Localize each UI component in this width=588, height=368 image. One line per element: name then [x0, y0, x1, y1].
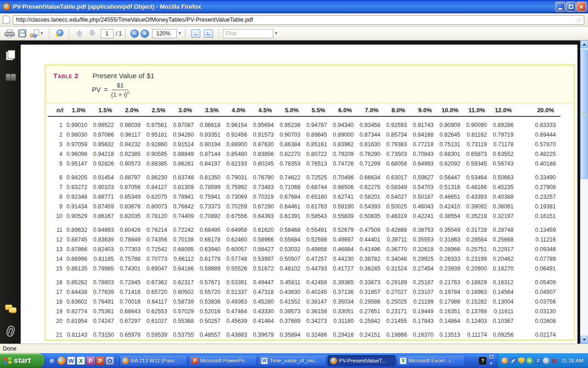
pv-cell: 0.86135 — [65, 264, 92, 274]
pages-icon[interactable] — [5, 50, 16, 61]
pv-cell: 0.80426 — [119, 221, 145, 235]
pv-cell: 0.35049 — [438, 221, 465, 235]
close-button[interactable]: × — [577, 2, 586, 12]
pv-cell: 0.86996 — [65, 254, 92, 264]
pv-cell: 0.76790 — [252, 169, 278, 183]
vertical-scrollbar[interactable] — [580, 40, 588, 344]
attachments-icon[interactable] — [5, 325, 16, 336]
pv-cell: 0.15770 — [385, 340, 412, 341]
pv-cell: 0.92348 — [65, 192, 92, 202]
column-header: 8.0% — [385, 104, 412, 116]
powerpoint-icon[interactable] — [96, 356, 104, 365]
outlook-icon[interactable] — [106, 356, 114, 365]
pv-cell: 0.33490 — [518, 169, 560, 183]
page-number-input[interactable] — [101, 29, 113, 38]
pv-cell: 0.66506 — [332, 183, 358, 192]
arrow-down-icon — [582, 339, 586, 341]
fit-width-button[interactable]: ↔ — [190, 28, 202, 39]
zoom-level-select[interactable]: 120% — [152, 29, 177, 38]
minimize-button[interactable] — [555, 2, 565, 12]
pv-cell: 0.14864 — [438, 316, 465, 326]
pv-cell: 0.55368 — [172, 316, 198, 326]
pv-cell: 0.83602 — [65, 297, 92, 307]
pv-cell: 0.77639 — [92, 288, 119, 297]
scrollbar-track[interactable] — [580, 179, 588, 336]
pv-cell: 0.11174 — [465, 326, 492, 340]
globe-tray-icon[interactable] — [502, 357, 508, 364]
comments-icon[interactable] — [5, 303, 16, 314]
pv-cell: 0.68301 — [438, 150, 465, 159]
toolbar-separator — [68, 29, 70, 38]
taskbar-button[interactable]: PV-PresentValueT... — [328, 355, 396, 366]
pv-cell: 0.79031 — [225, 169, 252, 183]
bookmarks-icon[interactable] — [5, 72, 16, 83]
zoom-in-button[interactable]: + — [141, 29, 149, 38]
bookmark-star-icon[interactable]: ☆ — [576, 17, 582, 23]
restore-button[interactable] — [566, 2, 576, 12]
pv-cell: 0.39573 — [278, 307, 305, 316]
pv-cell: 0.52679 — [332, 221, 358, 235]
pv-cell: 0.22917 — [492, 245, 518, 254]
z-tray-icon[interactable] — [535, 357, 541, 364]
scroll-down-button[interactable] — [580, 336, 588, 344]
taskbar-button[interactable]: Time_value_of_mo... — [258, 355, 326, 366]
fit-page-button[interactable]: ↔↔ — [203, 28, 215, 39]
save-button[interactable] — [17, 28, 28, 39]
windows-flag-icon — [4, 356, 12, 364]
table-card: Table 2 Present Value of $1 PV = $1 (1 +… — [45, 64, 575, 341]
previous-page-button[interactable] — [74, 28, 85, 39]
pv-cell: 0.84438 — [65, 288, 92, 297]
publisher-icon[interactable] — [86, 356, 95, 365]
taskbar-button[interactable]: Microsoft Excel - r... — [397, 355, 465, 366]
pv-cell: 0.13459 — [518, 221, 560, 235]
ie-icon[interactable] — [48, 356, 56, 365]
pv-cell: 0.42410 — [438, 202, 465, 212]
firefox-icon[interactable] — [57, 356, 66, 365]
table-row: 80.923480.887710.853490.820750.789410.75… — [48, 192, 560, 202]
pv-cell: 0.86384 — [278, 140, 305, 150]
pv-cell: 0.68058 — [385, 159, 412, 169]
excel-icon[interactable] — [77, 356, 85, 365]
pv-cell: 0.98522 — [92, 116, 119, 130]
hidden-icons-toggle[interactable]: ▼ — [489, 355, 493, 367]
pv-cell: 0.97561 — [145, 116, 172, 130]
help-indicator-icon[interactable]: ? — [479, 357, 486, 365]
shield-tray-icon[interactable] — [518, 357, 525, 364]
share-button[interactable] — [54, 28, 65, 39]
period-cell: 24 — [48, 340, 65, 341]
pv-cell: 0.12640 — [412, 340, 438, 341]
pv-cell: 0.84168 — [412, 130, 438, 140]
taskbar-button[interactable]: Microsoft PowerPo... — [189, 355, 257, 366]
pv-cell: 0.16963 — [465, 288, 492, 297]
zoom-out-button[interactable]: − — [130, 29, 139, 38]
next-page-button[interactable] — [87, 28, 97, 39]
pv-cell: 0.92826 — [92, 159, 119, 169]
chevron-down-icon[interactable]: ▼ — [178, 31, 181, 35]
pv-cell: 0.62092 — [438, 159, 465, 169]
word-icon[interactable] — [67, 356, 75, 365]
pv-cell: 0.83676 — [119, 202, 145, 212]
taskbar-button[interactable]: BA 213 W11 (Pasc... — [119, 355, 187, 366]
start-button[interactable]: start — [0, 353, 45, 368]
find-input[interactable] — [223, 29, 273, 38]
wrench-tray-icon[interactable] — [510, 357, 516, 364]
pv-cell: 0.37136 — [332, 288, 358, 297]
pv-cell: 0.72242 — [172, 221, 198, 235]
green-a-tray-icon[interactable] — [526, 357, 533, 364]
print-button[interactable] — [3, 28, 16, 39]
pv-cell: 0.87866 — [65, 245, 92, 254]
collaborate-button[interactable]: ▼ — [28, 28, 45, 39]
table-row: 70.932720.901030.870560.841270.813090.78… — [48, 183, 560, 192]
scrollbar-thumb[interactable] — [580, 50, 588, 179]
scroll-up-button[interactable] — [580, 40, 588, 48]
pv-cell: 0.84893 — [92, 221, 119, 235]
speaker-tray-icon[interactable] — [543, 357, 549, 364]
chevron-down-icon[interactable]: ▼ — [274, 31, 278, 35]
pv-cell: 0.95238 — [278, 116, 305, 130]
pv-cell: 0.76642 — [172, 202, 198, 212]
pv-cell: 0.45639 — [225, 316, 252, 326]
url-input[interactable]: http://classes.lanecc.edu/file.php/24555… — [13, 15, 584, 25]
novell-tray-icon[interactable] — [551, 357, 558, 364]
pv-cell: 0.65873 — [465, 150, 492, 159]
table-row: 240.787570.699540.621720.552880.491930.4… — [48, 340, 560, 341]
